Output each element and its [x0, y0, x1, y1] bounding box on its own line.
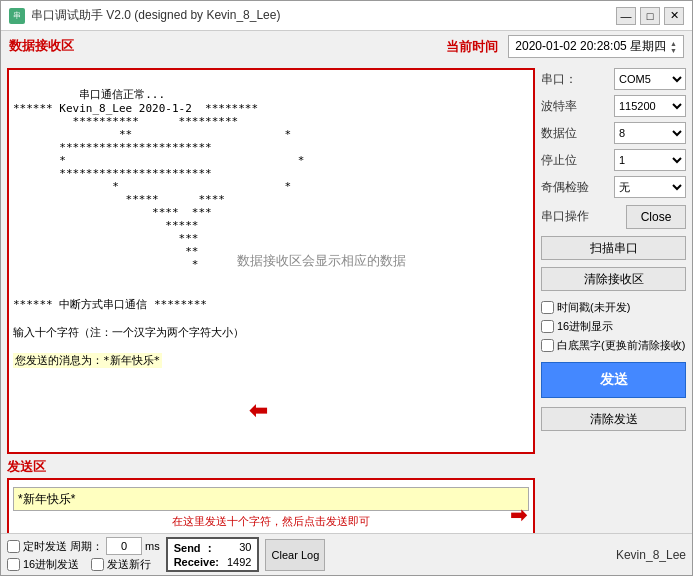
white-bg-checkbox-row: 白底黑字(更换前清除接收) — [541, 338, 686, 353]
bottom-row: 定时发送 周期： ms 16进制发送 发送新行 Send ： 30 Receiv… — [1, 533, 692, 575]
right-panel: 串口： COM5 波特率 115200 数据位 8 — [541, 68, 686, 527]
data-bits-label: 数据位 — [541, 125, 577, 142]
port-op-label: 串口操作 — [541, 208, 589, 225]
hex-display-label: 16进制显示 — [557, 319, 613, 334]
stop-bits-row: 停止位 1 — [541, 149, 686, 171]
stop-bits-select[interactable]: 1 — [614, 149, 686, 171]
clear-receive-button[interactable]: 清除接收区 — [541, 267, 686, 291]
send-header: 发送区 — [7, 458, 535, 478]
receive-stat-label: Receive: — [174, 556, 219, 568]
receive-area-wrapper: 串口通信正常... ****** Kevin_8_Lee 2020-1-2 **… — [7, 68, 535, 454]
time-spinner[interactable]: ▲ ▼ — [670, 40, 677, 54]
brand-text: Kevin_8_Lee — [616, 548, 686, 562]
main-content: 串口通信正常... ****** Kevin_8_Lee 2020-1-2 **… — [1, 62, 692, 533]
period-input[interactable] — [106, 537, 142, 555]
app-icon: 串 — [9, 8, 25, 24]
receive-stars: ********** ********* ** * **************… — [13, 115, 304, 271]
timed-send-checkbox[interactable] — [7, 540, 20, 553]
title-bar-left: 串 串口调试助手 V2.0 (designed by Kevin_8_Lee) — [9, 7, 280, 24]
close-port-button[interactable]: Close — [626, 205, 686, 229]
send-area-container: 发送区 在这里发送十个字符，然后点击发送即可 — [7, 458, 535, 533]
receive-stat-value: 1492 — [227, 556, 251, 568]
receive-stat-row: Receive: 1492 — [174, 556, 252, 568]
timed-send-label: 定时发送 — [23, 539, 67, 554]
newline-label: 发送新行 — [107, 557, 151, 572]
white-bg-checkbox[interactable] — [541, 339, 554, 352]
time-down-arrow[interactable]: ▼ — [670, 47, 677, 54]
header-row: 数据接收区 当前时间 2020-01-02 20:28:05 星期四 ▲ ▼ — [1, 31, 692, 62]
hex-display-checkbox-row: 16进制显示 — [541, 319, 686, 334]
clear-send-button[interactable]: 清除发送 — [541, 407, 686, 431]
data-bits-select[interactable]: 8 — [614, 122, 686, 144]
hex-send-row: 16进制发送 发送新行 — [7, 557, 160, 572]
ms-label: ms — [145, 540, 160, 552]
port-select[interactable]: COM5 — [614, 68, 686, 90]
port-label: 串口： — [541, 71, 577, 88]
send-area-wrapper: 在这里发送十个字符，然后点击发送即可 — [7, 478, 535, 533]
time-value: 2020-01-02 20:28:05 星期四 — [515, 38, 666, 55]
close-button[interactable]: ✕ — [664, 7, 684, 25]
title-controls: — □ ✕ — [616, 7, 684, 25]
scan-button[interactable]: 扫描串口 — [541, 236, 686, 260]
newline-checkbox[interactable] — [91, 558, 104, 571]
send-stat-value: 30 — [239, 541, 251, 556]
hex-display-checkbox[interactable] — [541, 320, 554, 333]
receive-message: 您发送的消息为：*新年快乐* — [13, 353, 162, 368]
hex-send-label: 16进制发送 — [23, 557, 79, 572]
right-form: 串口： COM5 波特率 115200 数据位 8 — [541, 68, 686, 431]
window-title: 串口调试助手 V2.0 (designed by Kevin_8_Lee) — [31, 7, 280, 24]
parity-label: 奇偶检验 — [541, 179, 589, 196]
port-row: 串口： COM5 — [541, 68, 686, 90]
send-input[interactable] — [13, 487, 529, 511]
right-checkboxes: 时间戳(未开发) 16进制显示 白底黑字(更换前清除接收) — [541, 300, 686, 353]
timestamp-label: 时间戳(未开发) — [557, 300, 630, 315]
main-window: 串 串口调试助手 V2.0 (designed by Kevin_8_Lee) … — [0, 0, 693, 576]
send-stat-label: Send ： — [174, 541, 215, 556]
clear-log-button[interactable]: Clear Log — [265, 539, 325, 571]
send-area-label: 发送区 — [7, 458, 46, 476]
bottom-checkboxes: 定时发送 周期： ms 16进制发送 发送新行 — [7, 537, 160, 572]
port-op-row: 串口操作 Close — [541, 203, 686, 229]
hex-send-checkbox[interactable] — [7, 558, 20, 571]
baud-row: 波特率 115200 — [541, 95, 686, 117]
time-display: 2020-01-02 20:28:05 星期四 ▲ ▼ — [508, 35, 684, 58]
baud-select[interactable]: 115200 — [614, 95, 686, 117]
receive-line2: ****** Kevin_8_Lee 2020-1-2 ******** — [13, 102, 258, 115]
maximize-button[interactable]: □ — [640, 7, 660, 25]
data-bits-row: 数据位 8 — [541, 122, 686, 144]
receive-input-hint: 输入十个字符（注：一个汉字为两个字符大小） — [13, 326, 244, 339]
time-up-arrow[interactable]: ▲ — [670, 40, 677, 47]
white-bg-label: 白底黑字(更换前清除接收) — [557, 338, 685, 353]
receive-area[interactable]: 串口通信正常... ****** Kevin_8_Lee 2020-1-2 **… — [9, 70, 533, 452]
send-button[interactable]: 发送 — [541, 362, 686, 398]
receive-separator: ****** 中断方式串口通信 ******** — [13, 298, 207, 311]
parity-row: 奇偶检验 无 — [541, 176, 686, 198]
baud-label: 波特率 — [541, 98, 577, 115]
stop-bits-label: 停止位 — [541, 152, 577, 169]
current-time-label: 当前时间 — [446, 38, 498, 56]
stats-box: Send ： 30 Receive: 1492 — [166, 537, 260, 572]
title-bar: 串 串口调试助手 V2.0 (designed by Kevin_8_Lee) … — [1, 1, 692, 31]
receive-section-label: 数据接收区 — [9, 37, 74, 55]
timed-send-row: 定时发送 周期： ms — [7, 537, 160, 555]
left-panel: 串口通信正常... ****** Kevin_8_Lee 2020-1-2 **… — [7, 68, 535, 527]
parity-select[interactable]: 无 — [614, 176, 686, 198]
minimize-button[interactable]: — — [616, 7, 636, 25]
send-hint: 在这里发送十个字符，然后点击发送即可 — [13, 514, 529, 529]
send-stat-row: Send ： 30 — [174, 541, 252, 556]
timestamp-checkbox-row: 时间戳(未开发) — [541, 300, 686, 315]
period-label: 周期： — [70, 539, 103, 554]
timestamp-checkbox[interactable] — [541, 301, 554, 314]
receive-line1: 串口通信正常... — [79, 88, 165, 101]
